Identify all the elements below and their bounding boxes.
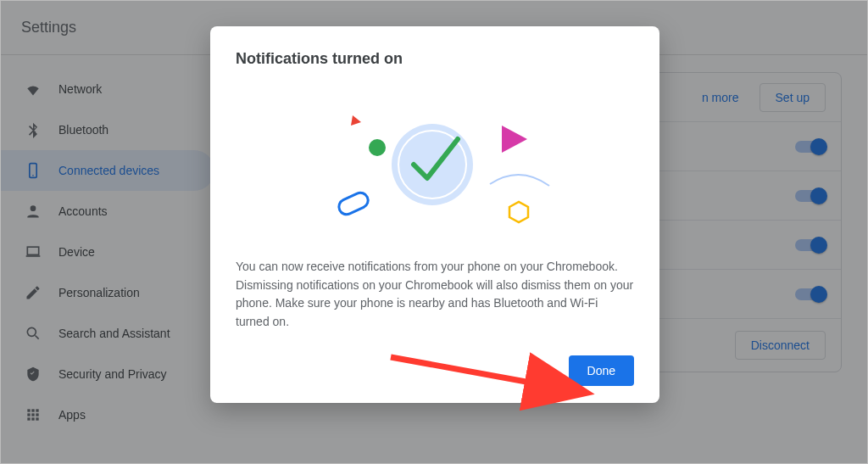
svg-marker-21 (502, 126, 527, 153)
success-illustration (236, 97, 634, 241)
notifications-dialog: Notifications turned on You (210, 26, 659, 403)
svg-point-17 (369, 139, 386, 156)
svg-marker-16 (351, 115, 361, 126)
dialog-body-text: You can now receive notifications from y… (236, 258, 634, 332)
svg-rect-18 (337, 190, 370, 217)
done-button[interactable]: Done (569, 355, 634, 386)
dialog-title: Notifications turned on (236, 50, 634, 68)
svg-point-19 (392, 124, 473, 205)
svg-marker-22 (509, 202, 528, 222)
